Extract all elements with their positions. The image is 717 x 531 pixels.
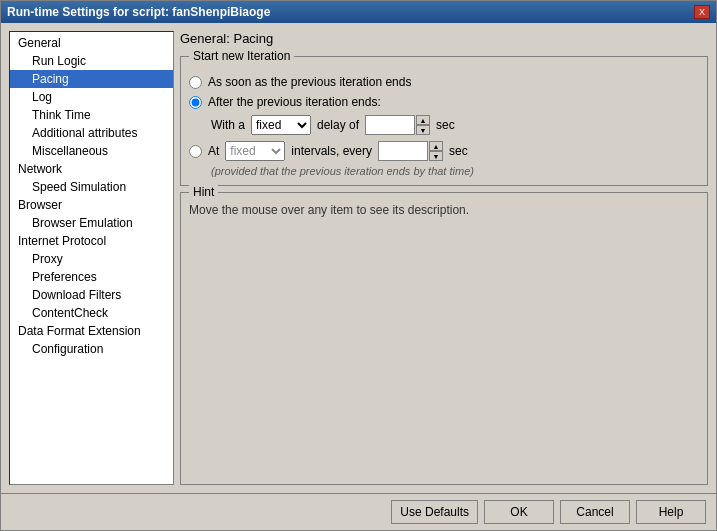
title-bar: Run-time Settings for script: fanShenpiB… xyxy=(1,1,716,23)
interval-spin-up[interactable]: ▲ xyxy=(429,141,443,151)
radio1-label: As soon as the previous iteration ends xyxy=(208,75,411,89)
interval-sec-label: sec xyxy=(449,144,468,158)
sidebar-item-internet-protocol[interactable]: Internet Protocol xyxy=(10,232,173,250)
sidebar-item-pacing[interactable]: Pacing xyxy=(10,70,173,88)
hint-label: Hint xyxy=(189,185,218,199)
sidebar-item-network[interactable]: Network xyxy=(10,160,173,178)
sidebar-item-proxy[interactable]: Proxy xyxy=(10,250,173,268)
delay-spin-up[interactable]: ▲ xyxy=(416,115,430,125)
main-panel: General: Pacing Start new Iteration As s… xyxy=(180,31,708,485)
cancel-button[interactable]: Cancel xyxy=(560,500,630,524)
title-bar-buttons: X xyxy=(694,5,710,19)
window-title: Run-time Settings for script: fanShenpiB… xyxy=(7,5,270,19)
sidebar-item-think-time[interactable]: Think Time xyxy=(10,106,173,124)
interval-value-input[interactable]: 60.000 xyxy=(378,141,428,161)
main-window: Run-time Settings for script: fanShenpiB… xyxy=(0,0,717,531)
interval-spinner: 60.000 ▲ ▼ xyxy=(378,141,443,161)
help-button[interactable]: Help xyxy=(636,500,706,524)
content-area: General Run Logic Pacing Log Think Time … xyxy=(1,23,716,493)
hint-group: Hint Move the mouse over any item to see… xyxy=(180,192,708,485)
sidebar-item-run-logic[interactable]: Run Logic xyxy=(10,52,173,70)
sidebar-item-data-format-extension[interactable]: Data Format Extension xyxy=(10,322,173,340)
intervals-every-label: intervals, every xyxy=(291,144,372,158)
at-label: At xyxy=(208,144,219,158)
delay-spin-down[interactable]: ▼ xyxy=(416,125,430,135)
sidebar-item-preferences[interactable]: Preferences xyxy=(10,268,173,286)
sidebar-item-browser-emulation[interactable]: Browser Emulation xyxy=(10,214,173,232)
sidebar-item-speed-simulation[interactable]: Speed Simulation xyxy=(10,178,173,196)
sidebar-item-miscellaneous[interactable]: Miscellaneous xyxy=(10,142,173,160)
tree-panel: General Run Logic Pacing Log Think Time … xyxy=(9,31,174,485)
section-title: General: Pacing xyxy=(180,31,708,46)
sidebar-item-additional-attributes[interactable]: Additional attributes xyxy=(10,124,173,142)
delay-value-input[interactable]: 1.000 xyxy=(365,115,415,135)
radio2-label: After the previous iteration ends: xyxy=(208,95,381,109)
radio-row-2: After the previous iteration ends: xyxy=(189,95,699,109)
ok-button[interactable]: OK xyxy=(484,500,554,524)
sidebar-item-contentcheck[interactable]: ContentCheck xyxy=(10,304,173,322)
delay-spinner-buttons: ▲ ▼ xyxy=(416,115,430,135)
delay-spinner: 1.000 ▲ ▼ xyxy=(365,115,430,135)
at-fixed-dropdown[interactable]: fixed random xyxy=(225,141,285,161)
delay-row: With a fixed random delay of 1.000 ▲ ▼ s… xyxy=(211,115,699,135)
sidebar-item-log[interactable]: Log xyxy=(10,88,173,106)
sidebar-item-configuration[interactable]: Configuration xyxy=(10,340,173,358)
sidebar-item-browser[interactable]: Browser xyxy=(10,196,173,214)
start-iteration-group: Start new Iteration As soon as the previ… xyxy=(180,56,708,186)
radio-at[interactable] xyxy=(189,145,202,158)
radio-as-soon-as[interactable] xyxy=(189,76,202,89)
interval-spin-down[interactable]: ▼ xyxy=(429,151,443,161)
bottom-bar: Use Defaults OK Cancel Help xyxy=(1,493,716,530)
close-button[interactable]: X xyxy=(694,5,710,19)
provided-note: (provided that the previous iteration en… xyxy=(211,165,699,177)
sidebar-item-general[interactable]: General xyxy=(10,34,173,52)
radio-row-1: As soon as the previous iteration ends xyxy=(189,75,699,89)
hint-text: Move the mouse over any item to see its … xyxy=(189,203,469,217)
radio-after-previous[interactable] xyxy=(189,96,202,109)
start-iteration-label: Start new Iteration xyxy=(189,49,294,63)
delay-of-label: delay of xyxy=(317,118,359,132)
with-a-label: With a xyxy=(211,118,245,132)
fixed-dropdown[interactable]: fixed random xyxy=(251,115,311,135)
at-row: At fixed random intervals, every 60.000 … xyxy=(189,141,699,161)
sidebar-item-download-filters[interactable]: Download Filters xyxy=(10,286,173,304)
use-defaults-button[interactable]: Use Defaults xyxy=(391,500,478,524)
sec-label: sec xyxy=(436,118,455,132)
interval-spinner-buttons: ▲ ▼ xyxy=(429,141,443,161)
